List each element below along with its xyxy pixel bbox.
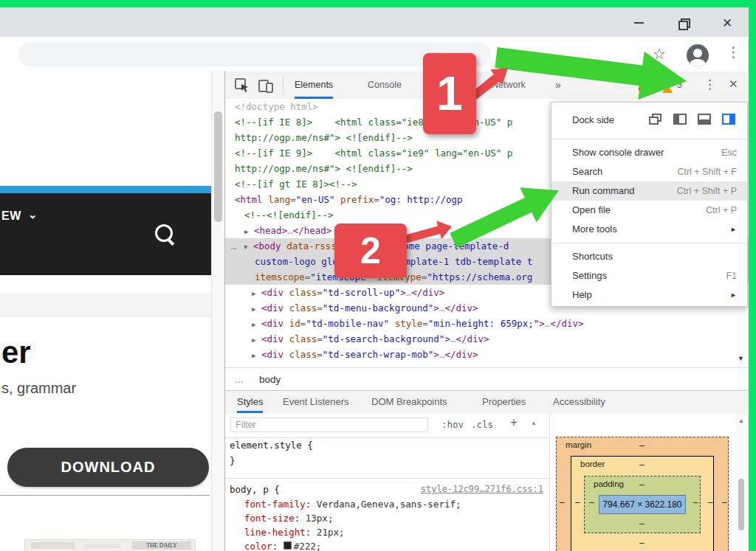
css-property-value[interactable]: 13px; [306, 513, 334, 524]
code-token: > [400, 287, 406, 298]
expand-arrow-icon[interactable]: ▶ [252, 302, 261, 317]
css-property-name[interactable]: color [244, 541, 272, 551]
margin-top-value[interactable]: – [639, 440, 645, 451]
breadcrumb-item-body[interactable]: body [259, 368, 281, 391]
menu-item-settings[interactable]: SettingsF1 [551, 266, 747, 285]
menu-item-open-file[interactable]: Open fileCtrl + P [551, 201, 747, 220]
devtools-tab-[interactable]: » [555, 72, 561, 99]
nav-menu-item[interactable]: EW [1, 209, 21, 223]
stylesheet-link[interactable]: style-12c99…271f6.css:1 [421, 482, 543, 497]
minimize-button[interactable] [626, 13, 651, 32]
dock-right-icon[interactable] [722, 114, 735, 125]
code-line[interactable]: ▶<div class="td-search-background">…</di… [225, 331, 749, 347]
frame-border-top [0, 0, 756, 7]
css-property-value[interactable]: 21px; [317, 527, 345, 538]
expand-arrow-icon[interactable]: ▶ [252, 286, 261, 302]
border-bottom-value[interactable]: – [639, 538, 645, 548]
elements-scroll-down-icon[interactable]: ▼ [738, 355, 744, 362]
device-toolbar-icon[interactable] [258, 77, 274, 97]
newspaper-thumbnail[interactable]: THE DAILY [24, 539, 196, 551]
sidebar-tab-event-listeners[interactable]: Event Listeners [283, 391, 349, 413]
menu-item-search[interactable]: SearchCtrl + Shift + F [551, 162, 747, 181]
menu-item-label: Dock side [572, 105, 614, 135]
new-style-rule-button[interactable]: + [510, 415, 518, 430]
padding-bottom-value[interactable]: – [639, 519, 645, 529]
element-style-open[interactable]: element.style { [225, 437, 549, 453]
border-right-value[interactable]: – [708, 497, 713, 507]
dock-bottom-icon[interactable] [698, 114, 711, 125]
css-property[interactable]: color: #222; [225, 539, 549, 551]
devtools-tab-elements[interactable]: Elements [295, 72, 333, 99]
sidebar-tab-properties[interactable]: Properties [482, 391, 526, 413]
menu-item-help[interactable]: Help► [551, 285, 747, 305]
code-token [284, 349, 289, 360]
search-icon[interactable] [155, 224, 173, 242]
devtools-menu-icon[interactable]: ⋮ [704, 77, 716, 92]
css-property-name[interactable]: font-size [244, 513, 295, 524]
styles-filter-input[interactable] [230, 417, 428, 432]
menu-item-run-command[interactable]: Run commandCtrl + Shift + P [551, 181, 747, 201]
styles-scroll-up-icon[interactable]: ▲ [531, 420, 537, 426]
devtools-tab-console[interactable]: Console [368, 72, 402, 99]
code-token: lang [268, 194, 290, 205]
download-button[interactable]: DOWNLOAD [7, 448, 209, 487]
css-property-name[interactable]: line-height [244, 527, 306, 538]
padding-left-value[interactable]: – [589, 497, 594, 507]
breadcrumb-overflow[interactable]: … [234, 368, 244, 391]
css-property[interactable]: font-size: 13px; [225, 511, 549, 525]
restore-button[interactable] [670, 13, 695, 32]
expand-arrow-icon[interactable]: ▶ [244, 224, 254, 240]
menu-item-shortcuts[interactable]: Shortcuts [551, 247, 747, 266]
expand-arrow-icon[interactable]: ▶ [252, 348, 261, 364]
border-left-value[interactable]: – [575, 497, 580, 507]
expand-arrow-icon[interactable]: ▶ [252, 317, 261, 333]
code-line[interactable]: ▶<div class="td-search-wrap-mob">…</div> [225, 347, 749, 362]
dock-left-icon[interactable] [673, 114, 687, 125]
css-property[interactable]: font-family: Verdana,Geneva,sans-serif; [225, 497, 549, 511]
scrollbar-thumb[interactable] [214, 111, 222, 222]
color-swatch[interactable] [284, 541, 292, 550]
sidebar-tab-dom-breakpoints[interactable]: DOM Breakpoints [371, 391, 447, 413]
undock-icon[interactable] [649, 114, 662, 125]
menu-item-show-console-drawer[interactable]: Show console drawerEsc [551, 143, 747, 162]
page-scrollbar[interactable] [211, 71, 225, 551]
hov-toggle[interactable]: :hov [441, 419, 464, 430]
css-property-name[interactable]: font-family [244, 499, 306, 510]
bookmark-star-icon[interactable]: ☆ [653, 45, 666, 63]
collapse-arrow-icon[interactable]: ▼ [244, 240, 253, 255]
cls-toggle[interactable]: .cls [471, 419, 493, 430]
thumbnail-art [84, 544, 121, 548]
site-nav-bar: EW ⌄ [0, 193, 211, 275]
code-token: class [289, 333, 317, 344]
code-line[interactable]: ▶<div id="td-mobile-nav" style="min-heig… [225, 316, 749, 331]
padding-right-value[interactable]: – [693, 497, 698, 507]
sidebar-tab-accessibility[interactable]: Accessibility [553, 391, 605, 413]
inspect-element-icon[interactable] [234, 77, 250, 97]
code-token: "td-scroll-up" [323, 287, 400, 298]
padding-top-value[interactable]: – [639, 479, 645, 490]
css-property[interactable]: line-height: 21px; [225, 525, 549, 539]
metrics-scroll-up-icon[interactable]: ▲ [738, 417, 744, 424]
css-property-value[interactable]: Verdana,Geneva,sans-serif; [317, 499, 461, 510]
devtools-close-icon[interactable]: ✕ [729, 77, 738, 91]
css-property-value[interactable]: #222; [294, 541, 322, 551]
profile-avatar[interactable] [687, 44, 709, 66]
margin-right-value[interactable]: – [722, 497, 727, 507]
sidebar-tab-styles[interactable]: Styles [237, 391, 263, 413]
close-window-button[interactable]: ✕ [715, 13, 740, 32]
menu-shortcut: Ctrl + Shift + P [677, 181, 737, 201]
border-top-value[interactable]: – [639, 460, 645, 470]
metrics-scrollbar[interactable]: ▲ [735, 414, 747, 551]
menu-item-more-tools[interactable]: More tools► [551, 220, 747, 239]
code-token: <!--[if gt IE 8]><!--> [235, 179, 357, 190]
expand-arrow-icon[interactable]: ▶ [252, 333, 261, 348]
devtools-tab-network[interactable]: Network [492, 72, 526, 99]
menu-item-label: Open file [572, 201, 611, 220]
chevron-down-icon: ⌄ [28, 208, 38, 221]
css-selector[interactable]: body, p { [225, 484, 280, 495]
browser-menu-icon[interactable]: ⋮ [726, 44, 740, 60]
address-bar[interactable] [18, 42, 491, 66]
menu-item-dock-side[interactable]: Dock side [551, 105, 747, 135]
margin-left-value[interactable]: – [560, 497, 565, 507]
scrollbar-thumb[interactable] [738, 479, 744, 530]
